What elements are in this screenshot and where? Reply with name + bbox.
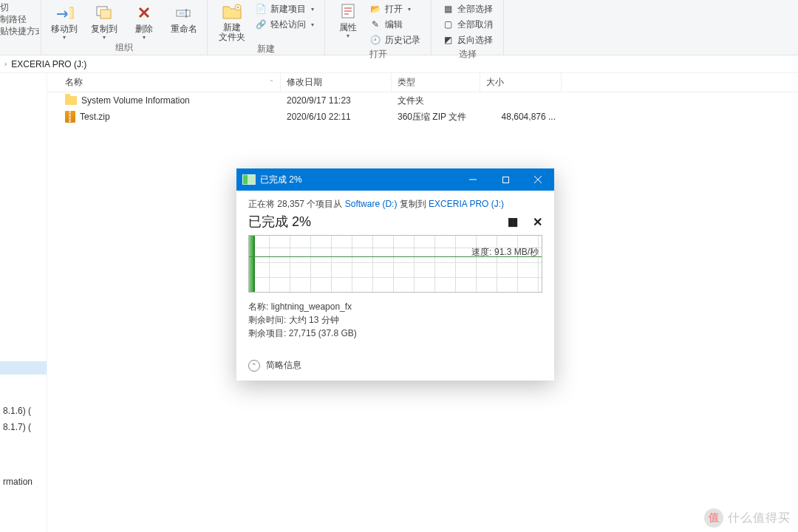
progress-icon [242,174,256,185]
select-all-icon: ▦ [442,3,454,15]
file-name-cell: System Volume Information [59,95,281,106]
nav-tree-item[interactable]: rmation [0,475,47,488]
invert-selection-button[interactable]: ◩反向选择 [437,33,497,47]
copy-details: 名称: lightning_weapon_fx 剩余时间: 大约 13 分钟 剩… [248,300,542,340]
move-to-button[interactable]: 移动到▾ [47,1,81,41]
new-folder-icon [221,0,243,22]
chevron-down-icon: ▾ [408,6,411,13]
breadcrumb-item[interactable]: EXCERIA PRO (J:) [11,59,86,69]
chevron-up-icon: ⌃ [248,360,260,372]
svg-rect-1 [100,10,111,18]
ribbon: 切 制路径 贴快捷方式 移动到▾ 复制到▾ 删除▾ 重命名 组织 [0,0,798,55]
file-size-cell: 48,604,876 ... [480,112,562,122]
new-item-button[interactable]: 📄新建项目▾ [250,1,318,16]
current-item-name: lightning_weapon_fx [271,301,352,312]
invert-selection-icon: ◩ [442,34,454,46]
edge-line: 切 [0,1,39,13]
dialog-title: 已完成 2% [260,174,302,186]
select-all-button[interactable]: ▦全部选择 [437,1,497,16]
move-to-icon [53,1,75,24]
rename-icon [173,1,195,24]
zip-icon [65,111,75,123]
ribbon-group-organize: 移动到▾ 复制到▾ 删除▾ 重命名 组织 [41,0,208,55]
ribbon-group-select: ▦全部选择 ▢全部取消 ◩反向选择 选择 [432,0,504,55]
watermark-icon: 值 [704,508,723,528]
list-item[interactable]: System Volume Information 2020/9/17 11:2… [47,92,798,109]
copy-to-button[interactable]: 复制到▾ [87,1,121,41]
copy-progress-dialog: 已完成 2% 正在将 28,357 个项目从 Software (D:) 复制到… [236,168,554,381]
items-remaining: 27,715 (37.8 GB) [289,328,357,338]
chart-fill [249,236,255,292]
group-caption-open: 打开 [369,47,387,62]
pause-button[interactable]: ▮▮ [508,215,516,229]
column-header-type[interactable]: 类型 [392,73,480,92]
nav-tree-item[interactable]: 8.1.6) ( [0,404,47,417]
breadcrumb-bar[interactable]: › EXCERIA PRO (J:) [0,55,798,73]
minimize-button[interactable] [457,168,489,191]
copy-description: 正在将 28,357 个项目从 Software (D:) 复制到 EXCERI… [248,198,542,211]
progress-headline: 已完成 2% ▮▮ ✕ [248,213,542,231]
chart-rate-label: 速度: 91.3 MB/秒 [471,246,539,259]
source-link[interactable]: Software (D:) [345,199,398,209]
nav-tree-item[interactable]: 8.1.7) ( [0,420,47,434]
chevron-right-icon: › [4,60,7,68]
group-caption-new: 新建 [257,42,275,57]
time-remaining: 大约 13 分钟 [289,315,339,325]
open-button[interactable]: 📂打开▾ [365,1,425,16]
select-none-icon: ▢ [442,18,454,30]
maximize-button[interactable] [489,168,522,191]
list-item[interactable]: Test.zip 2020/6/10 22:11 360压缩 ZIP 文件 48… [47,109,798,125]
new-item-icon: 📄 [255,3,267,15]
edit-icon: ✎ [369,18,381,30]
select-none-button[interactable]: ▢全部取消 [437,17,497,32]
sort-asc-icon: ⌃ [269,79,274,86]
ribbon-clipboard-partial: 切 制路径 贴快捷方式 [0,0,41,55]
edit-button[interactable]: ✎编辑 [365,17,425,32]
ribbon-group-open: 属性▾ 📂打开▾ ✎编辑 🕘历史记录 打开 [325,0,432,55]
properties-button[interactable]: 属性▾ [331,0,365,47]
cancel-button[interactable]: ✕ [533,215,542,229]
close-button[interactable] [522,168,554,191]
chevron-down-icon: ▾ [311,21,314,28]
square-icon [502,177,509,183]
easy-access-button[interactable]: 🔗轻松访问▾ [250,17,318,32]
column-header-name[interactable]: 名称⌃ [59,73,281,92]
file-type-cell: 360压缩 ZIP 文件 [392,111,480,123]
transfer-rate-chart: 速度: 91.3 MB/秒 [248,235,542,293]
file-name-cell: Test.zip [59,111,281,123]
history-button[interactable]: 🕘历史记录 [365,33,425,47]
column-header-date[interactable]: 修改日期 [281,73,392,92]
destination-link[interactable]: EXCERIA PRO (J:) [429,199,504,209]
column-headers[interactable]: 名称⌃ 修改日期 类型 大小 [47,73,798,92]
new-folder-button[interactable]: 新建 文件夹 [214,0,250,42]
watermark-text: 什么值得买 [728,511,791,526]
delete-button[interactable]: 删除▾ [127,1,161,41]
chevron-down-icon: ▾ [103,34,106,41]
nav-tree-item-selected[interactable] [0,361,47,375]
chevron-down-icon: ▾ [143,34,146,41]
properties-icon [337,0,359,22]
delete-icon [133,1,155,24]
chevron-down-icon: ▾ [311,6,314,13]
nav-tree[interactable]: 8.1.6) ( 8.1.7) ( rmation [0,73,47,532]
file-date-cell: 2020/9/17 11:23 [281,95,392,106]
file-date-cell: 2020/6/10 22:11 [281,112,392,122]
toggle-details-button[interactable]: ⌃ 简略信息 [248,352,542,372]
history-icon: 🕘 [369,34,381,46]
group-caption-organize: 组织 [115,41,133,55]
folder-icon [65,96,77,105]
easy-access-icon: 🔗 [255,18,267,30]
chevron-down-icon: ▾ [63,34,66,41]
rename-button[interactable]: 重命名 [167,1,201,41]
dialog-titlebar[interactable]: 已完成 2% [236,168,554,191]
chevron-down-icon: ▾ [347,33,349,39]
dialog-body: 正在将 28,357 个项目从 Software (D:) 复制到 EXCERI… [236,191,554,381]
group-caption-select: 选择 [459,47,477,62]
svg-rect-3 [179,12,185,15]
file-type-cell: 文件夹 [392,95,480,107]
open-icon: 📂 [369,3,381,15]
copy-to-icon [93,1,115,24]
column-header-size[interactable]: 大小 [480,73,562,92]
edge-line: 制路径 [0,13,39,25]
watermark: 值 什么值得买 [704,508,791,528]
